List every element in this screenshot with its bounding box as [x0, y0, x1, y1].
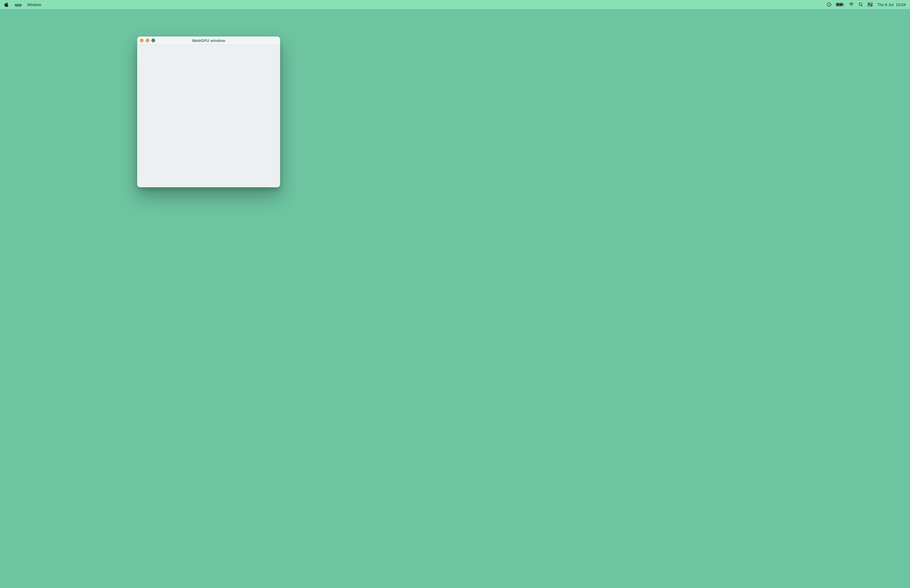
menu-item-window[interactable]: Window	[27, 2, 41, 7]
close-window-icon[interactable]	[140, 39, 144, 42]
zoom-window-icon[interactable]	[152, 39, 155, 42]
window-content	[137, 45, 280, 187]
app-window[interactable]: WebGPU window	[137, 37, 280, 187]
desktop: app Window	[0, 0, 910, 588]
menubar-datetime[interactable]: Thu 6 Jul 10:04	[877, 2, 906, 7]
svg-point-9	[871, 5, 872, 6]
svg-rect-3	[843, 4, 844, 5]
menubar-left: app Window	[4, 2, 41, 7]
apple-logo-icon[interactable]	[4, 2, 9, 7]
wifi-icon[interactable]	[849, 2, 854, 7]
menubar: app Window	[0, 0, 910, 9]
battery-charging-icon[interactable]	[836, 2, 844, 7]
traffic-lights	[140, 37, 155, 44]
spotlight-search-icon[interactable]	[858, 2, 863, 7]
control-center-icon[interactable]	[867, 2, 873, 7]
window-title: WebGPU window	[137, 38, 280, 43]
svg-line-5	[862, 5, 863, 6]
active-app-name[interactable]: app	[15, 2, 22, 7]
window-titlebar[interactable]: WebGPU window	[137, 37, 280, 45]
menubar-time: 10:04	[896, 2, 906, 7]
menubar-date: Thu 6 Jul	[877, 2, 893, 7]
svg-point-4	[859, 3, 862, 5]
menubar-right: Thu 6 Jul 10:04	[827, 2, 906, 7]
media-playback-icon[interactable]	[827, 2, 832, 7]
minimize-window-icon[interactable]	[146, 39, 149, 42]
svg-point-7	[869, 3, 870, 4]
